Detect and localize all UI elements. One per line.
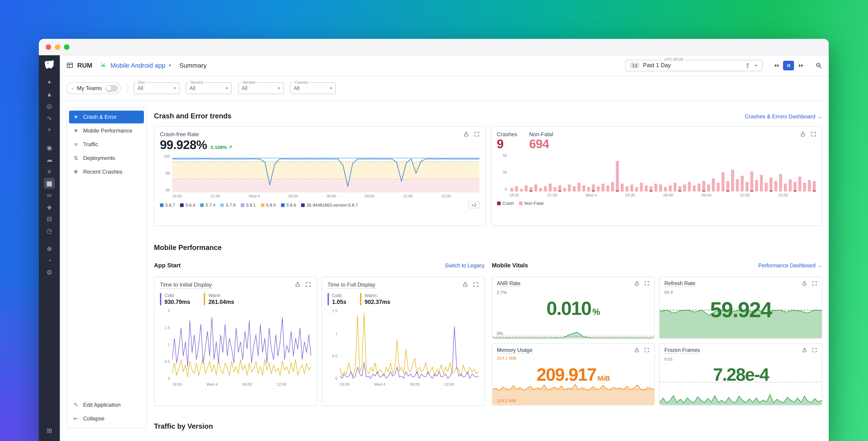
collapse-item[interactable]: ⇤ Collapse	[69, 412, 144, 425]
export-icon[interactable]	[462, 282, 468, 288]
rum-icon[interactable]: ▦	[44, 178, 55, 189]
synthetics-icon[interactable]: ◷	[44, 225, 55, 236]
security-icon[interactable]: ◈	[44, 202, 55, 212]
expand-icon[interactable]	[473, 282, 478, 288]
expand-icon[interactable]	[812, 347, 817, 353]
legend-item[interactable]: Crash	[497, 201, 514, 206]
datadog-logo-icon[interactable]	[43, 59, 55, 70]
y-axis-label: 1.5	[160, 326, 170, 330]
export-icon[interactable]	[802, 347, 807, 353]
error-tracking-icon[interactable]: ⊗	[44, 243, 55, 254]
logs-icon[interactable]: ≡	[44, 166, 55, 177]
expand-icon[interactable]	[812, 281, 817, 286]
expand-icon[interactable]	[305, 282, 311, 288]
chevron-down-icon[interactable]: ▾	[169, 63, 171, 68]
crashes-chart[interactable]	[509, 153, 816, 192]
filter-version[interactable]: Version All ▾	[238, 82, 284, 94]
watchdog-icon[interactable]: ✦	[44, 77, 55, 88]
pause-button[interactable]	[783, 61, 794, 70]
legend-more-badge[interactable]: +2	[468, 202, 479, 209]
crashes-label: Crashes	[497, 131, 517, 138]
my-teams-toggle[interactable]	[105, 85, 118, 92]
traffic-light-close[interactable]	[46, 44, 51, 50]
y-axis-label: 0	[160, 376, 170, 381]
rewind-button[interactable]	[771, 61, 782, 70]
serverless-icon[interactable]: ⚡	[44, 124, 55, 135]
zoom-out-icon[interactable]	[815, 62, 822, 69]
traffic-light-minimize[interactable]	[55, 44, 60, 50]
page-title-summary: Summary	[179, 62, 207, 69]
sidebar-item-deployments[interactable]: ⇅ Deployments	[69, 152, 144, 165]
databases-icon[interactable]: ⊟	[44, 213, 55, 225]
legend-item[interactable]: 5.7.4	[200, 203, 215, 208]
time-options-chevron-icon[interactable]	[754, 63, 758, 68]
export-icon[interactable]	[800, 131, 806, 137]
cold-legend[interactable]: Cold930.79ms	[160, 293, 190, 306]
warm-legend[interactable]: Warm261.04ms	[204, 293, 235, 306]
service-catalog-icon[interactable]: ◉	[44, 142, 55, 153]
expand-icon[interactable]	[473, 131, 479, 137]
export-icon[interactable]	[802, 281, 807, 286]
pin-icon[interactable]	[745, 62, 751, 68]
x-axis-label: 12:00	[444, 382, 454, 387]
y-axis-label: 96	[160, 188, 170, 193]
export-icon[interactable]	[294, 282, 301, 288]
time-transport-controls	[771, 61, 806, 70]
expand-icon[interactable]	[644, 347, 650, 353]
ttid-chart[interactable]	[172, 309, 311, 381]
more-products-icon[interactable]: ⊞	[44, 425, 55, 436]
apm-icon[interactable]: ∿	[44, 112, 55, 123]
x-axis-label: 09:00	[365, 194, 375, 199]
cloud-icon[interactable]: ☁	[44, 154, 55, 165]
my-teams-control[interactable]: › My Teams	[66, 82, 121, 94]
x-axis: 18:00Wed 406:0012:00	[172, 382, 311, 387]
sidebar-item-recent-crashes[interactable]: ❖ Recent Crashes	[69, 166, 144, 178]
filter-country[interactable]: Country All ▾	[290, 82, 336, 94]
filter-service[interactable]: Service All ▾	[186, 82, 231, 94]
signal-icon: ≡	[73, 141, 79, 148]
time-range-picker[interactable]: UTC-05:00 1d Past 1 Day	[625, 60, 763, 71]
x-axis-label: 18:00	[172, 194, 182, 199]
settings-icon[interactable]: ⚙	[44, 267, 55, 278]
legend-item[interactable]: 35.94481863,version:5.8.7	[301, 203, 358, 208]
app-switcher[interactable]: Mobile Android app	[111, 62, 165, 69]
legend-item[interactable]: Non-Fatal	[519, 201, 544, 206]
warm-legend[interactable]: Warm902.37ms	[360, 293, 391, 306]
export-icon[interactable]	[634, 347, 640, 353]
legend-chip	[204, 293, 205, 305]
crash-free-chart[interactable]	[172, 154, 479, 193]
edit-application-item[interactable]: ✎ Edit Application	[69, 399, 144, 411]
expand-icon[interactable]	[810, 131, 816, 137]
performance-dashboard-link[interactable]: Performance Dashboard →	[758, 263, 822, 268]
switch-to-legacy-link[interactable]: Switch to Legacy	[445, 263, 485, 268]
y-max-label: 2.7%	[497, 290, 507, 295]
monitors-icon[interactable]: ◎	[44, 100, 55, 112]
filter-env[interactable]: Env All ▾	[134, 82, 180, 94]
card-title: Time to Full Display	[328, 282, 375, 289]
ttfd-chart[interactable]	[340, 309, 479, 381]
export-icon[interactable]	[634, 281, 640, 286]
sidebar-item-crash-error[interactable]: ✶ Crash & Error	[69, 111, 144, 123]
legend-item[interactable]: 5.7.9	[220, 203, 236, 208]
window-titlebar	[39, 39, 829, 55]
export-icon[interactable]	[463, 131, 469, 137]
traffic-light-zoom[interactable]	[64, 44, 69, 50]
legend-item[interactable]: 5.8.1	[241, 203, 256, 208]
integrations-icon[interactable]: ∞	[44, 190, 55, 201]
legend-item[interactable]: 5.6.4	[180, 203, 195, 208]
legend-item[interactable]: 5.8.5	[260, 203, 276, 208]
forward-button[interactable]	[795, 61, 806, 70]
metrics-icon[interactable]: ▲	[44, 89, 55, 99]
mobile-vitals-group: Mobile Vitals Performance Dashboard → AN…	[492, 262, 822, 406]
cold-legend[interactable]: Cold1.05s	[328, 293, 346, 306]
x-axis-label: 18:00	[509, 193, 519, 198]
sidebar-item-mobile-performance[interactable]: ♥ Mobile Performance	[69, 124, 144, 137]
legend-chip	[519, 202, 523, 205]
legend-item[interactable]: 5.8.6	[281, 203, 296, 208]
y-min-label: 149.2 MiB	[497, 398, 517, 403]
ci-visibility-icon[interactable]: ◔	[44, 255, 55, 266]
legend-item[interactable]: 5.8.7	[160, 203, 175, 208]
sidebar-item-traffic[interactable]: ≡ Traffic	[69, 138, 144, 151]
expand-icon[interactable]	[644, 281, 650, 286]
crashes-errors-dashboard-link[interactable]: Crashes & Errors Dashboard →	[745, 113, 822, 120]
